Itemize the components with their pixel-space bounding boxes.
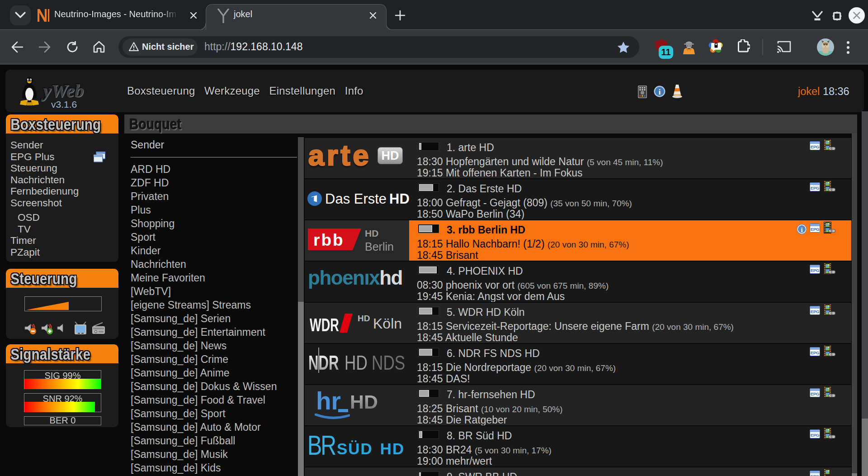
svg-text:EPG: EPG — [811, 309, 820, 314]
svg-text:EPG: EPG — [811, 433, 820, 438]
svg-text:EPG: EPG — [811, 474, 820, 476]
svg-text:EPG: EPG — [811, 350, 820, 355]
svg-text:rbb: rbb — [313, 231, 344, 249]
svg-text:EPG: EPG — [811, 144, 820, 149]
svg-text:i: i — [801, 226, 802, 233]
svg-text:EPG: EPG — [811, 391, 820, 396]
svg-text:EPG: EPG — [811, 227, 820, 232]
svg-text:i: i — [659, 88, 661, 96]
svg-text:EPG: EPG — [811, 186, 820, 190]
svg-text:EPG: EPG — [811, 268, 820, 273]
